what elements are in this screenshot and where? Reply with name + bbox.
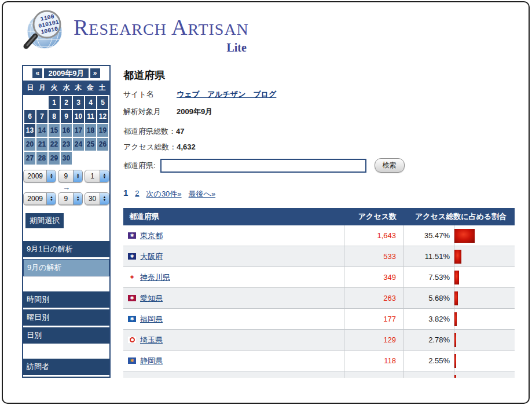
prefecture-flag-icon: ✱ — [128, 295, 136, 301]
prefecture-link[interactable]: 東京都 — [140, 231, 163, 241]
prefecture-link[interactable]: 埼玉県 — [140, 335, 163, 345]
prefecture-table: 都道府県 アクセス数 アクセス総数に占める割合 ✱東京都1,64335.47%✱… — [123, 208, 515, 378]
search-button[interactable]: 検索 — [375, 158, 405, 173]
analysis-month-value: 2009年9月 — [177, 107, 212, 117]
calendar-empty-cell — [36, 96, 47, 109]
prefecture-link[interactable]: 福岡県 — [140, 314, 163, 324]
share-bar-cell — [454, 288, 515, 308]
prefecture-cell: ✱福岡県 — [123, 309, 344, 329]
prefecture-search-input[interactable] — [160, 159, 366, 173]
stepper-icon: ▲▼ — [46, 170, 56, 182]
period-from-row: 2009▲▼ 9▲▼ 1▲▼ — [23, 170, 109, 183]
calendar-day-12[interactable]: 12 — [97, 110, 108, 123]
calendar-day-22: 22 — [49, 138, 60, 151]
brand-edition: Lite — [74, 42, 249, 53]
sidebar-menu-item[interactable]: 曜日別 — [23, 309, 109, 326]
period-from-month-select[interactable]: 9▲▼ — [58, 170, 83, 183]
calendar-day-7[interactable]: 7 — [36, 110, 47, 123]
calendar-day-11[interactable]: 11 — [85, 110, 96, 123]
pagination-link[interactable]: 2 — [135, 189, 139, 199]
period-from-day-select[interactable]: 1▲▼ — [85, 170, 109, 183]
table-row: ✱愛知県2635.68% — [123, 288, 515, 309]
prefecture-link[interactable]: 千葉県 — [140, 377, 163, 378]
share-bar-cell — [454, 351, 515, 371]
prefecture-cell: ✱愛知県 — [123, 288, 344, 308]
prefecture-cell: ✱静岡県 — [123, 351, 344, 371]
period-to-row: 2009▲▼ 9▲▼ 30▲▼ — [23, 192, 109, 205]
share-bar — [454, 333, 456, 347]
period-from-year-select[interactable]: 2009▲▼ — [23, 170, 56, 183]
access-count-cell: 1,643 — [344, 225, 403, 246]
calendar-day-2[interactable]: 2 — [61, 96, 72, 109]
analysis-month-label: 解析対象月 — [123, 107, 177, 117]
calendar-day-17: 17 — [73, 124, 84, 137]
weekday-label: 金 — [85, 83, 97, 93]
calendar-day-6[interactable]: 6 — [24, 110, 35, 123]
sidebar-menu-item[interactable]: 日別 — [23, 327, 109, 344]
calendar-day-13[interactable]: 13 — [24, 124, 35, 137]
calendar-header: « 2009年9月 » — [23, 66, 109, 81]
share-bar-cell — [454, 267, 515, 287]
share-bar — [454, 250, 461, 264]
sidebar-menu-item[interactable]: 訪問者 — [23, 359, 109, 375]
access-total-row: アクセス総数：4,632 — [123, 142, 516, 152]
search-row: 都道府県: 検索 — [123, 158, 516, 173]
calendar-day-3[interactable]: 3 — [73, 96, 84, 109]
sidebar-menu-item[interactable]: 時間別 — [23, 291, 109, 308]
share-bar — [454, 229, 475, 243]
prefecture-cell: ✱東京都 — [123, 225, 344, 246]
period-to-year-select[interactable]: 2009▲▼ — [23, 192, 56, 205]
calendar-day-9[interactable]: 9 — [61, 110, 72, 123]
calendar-day-8[interactable]: 8 — [49, 110, 60, 123]
sidebar-menu-item[interactable]: 9月の解析 — [23, 259, 109, 276]
prefecture-flag-icon — [128, 337, 136, 343]
calendar-day-4[interactable]: 4 — [85, 96, 96, 109]
prefecture-cell: ✱大阪府 — [123, 246, 344, 267]
period-to-month-select[interactable]: 9▲▼ — [58, 192, 83, 205]
access-count-cell: 263 — [344, 288, 403, 308]
menu-group-gap — [23, 278, 109, 291]
table-row: ✱大阪府53311.51% — [123, 246, 515, 267]
weekday-label: 木 — [72, 83, 85, 93]
access-count-cell: 118 — [344, 351, 403, 371]
pagination-current-page: 1 — [123, 188, 128, 198]
prefecture-link[interactable]: 愛知県 — [140, 293, 163, 304]
period-to-day-select[interactable]: 30▲▼ — [85, 192, 109, 205]
pagination-links: 2次の30件»最後へ» — [135, 189, 215, 199]
calendar-prev-button[interactable]: « — [32, 68, 42, 78]
stepper-icon: ▲▼ — [100, 170, 109, 182]
site-name-link[interactable]: ウェブ アルチザン ブログ — [177, 89, 276, 100]
share-bar — [454, 375, 456, 378]
period-select-button[interactable]: 期間選択 — [25, 213, 64, 228]
access-share-cell: 3.82% — [403, 309, 454, 329]
prefecture-total-value: 47 — [176, 127, 184, 136]
calendar-day-1[interactable]: 1 — [49, 96, 60, 109]
access-share-cell: 2.55% — [403, 351, 454, 371]
prefecture-link[interactable]: 大阪府 — [140, 251, 163, 262]
calendar-day-5[interactable]: 5 — [97, 96, 108, 109]
calendar-day-28: 28 — [36, 152, 47, 165]
brand-name: RESEARCH ARTISAN — [74, 16, 249, 38]
calendar-day-10[interactable]: 10 — [73, 110, 84, 123]
calendar-empty-cell — [85, 152, 96, 165]
sidebar-menu-item[interactable]: IPアドレス — [23, 377, 109, 378]
share-bar-cell — [454, 330, 515, 350]
calendar-day-24: 24 — [73, 138, 84, 151]
pagination-link[interactable]: 次の30件» — [146, 189, 182, 199]
weekday-label: 水 — [60, 83, 72, 93]
header-access-share: アクセス総数に占める割合 — [403, 211, 507, 222]
stepper-icon: ▲▼ — [73, 193, 82, 205]
weekday-label: 日 — [24, 83, 36, 93]
calendar-day-16: 16 — [61, 124, 72, 137]
prefecture-link[interactable]: 神奈川県 — [140, 272, 170, 283]
calendar-empty-cell — [73, 152, 84, 165]
brand-text: RESEARCH ARTISAN Lite — [74, 7, 249, 53]
prefecture-link[interactable]: 静岡県 — [140, 356, 163, 366]
sidebar-menu-item[interactable]: 9月1日の解析 — [23, 241, 109, 257]
pagination-link[interactable]: 最後へ» — [189, 189, 216, 199]
calendar-day-19: 19 — [97, 124, 108, 137]
calendar-next-button[interactable]: » — [90, 68, 100, 78]
page-title: 都道府県 — [123, 68, 516, 82]
access-share-cell: 2.5% — [403, 371, 454, 378]
calendar-empty-cell — [97, 152, 108, 165]
